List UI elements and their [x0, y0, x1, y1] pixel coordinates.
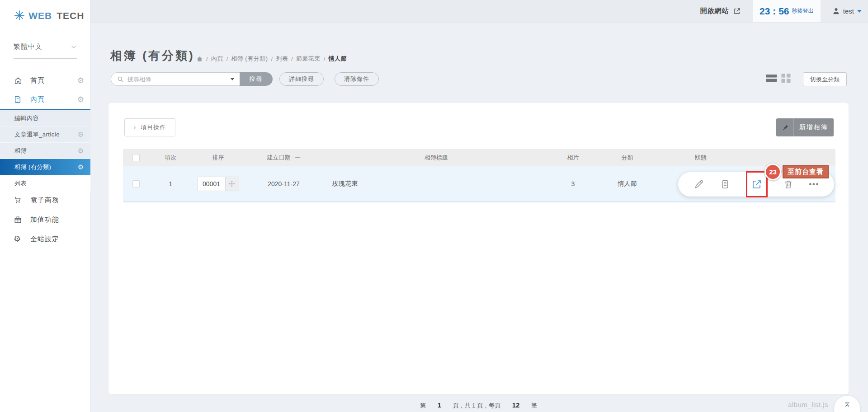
annotation-step-badge: 23: [764, 164, 781, 180]
clear-filters-button[interactable]: 清除條件: [335, 72, 379, 86]
row-album-title[interactable]: 玫瑰花束: [323, 180, 549, 188]
per-page-input[interactable]: 12: [512, 401, 520, 409]
chevron-down-icon: [857, 10, 862, 13]
open-site-label: 開啟網站: [700, 7, 729, 15]
breadcrumb-item[interactable]: 內頁: [211, 55, 223, 63]
sidebar-subitem-album-categorized[interactable]: 相簿 (有分類) ⚙: [0, 159, 90, 175]
home-icon: [14, 76, 24, 85]
app-screen: ✳ WEB TECH 繁體中文 首頁 ⚙ 內頁 ⚙ 編輯內容: [0, 0, 868, 412]
breadcrumb-separator: /: [271, 56, 273, 62]
annotation-highlight-box: [746, 171, 768, 197]
item-actions-button[interactable]: › 項目操作: [124, 118, 175, 136]
scroll-to-top-button[interactable]: [834, 396, 860, 412]
sidebar-subitem-album[interactable]: 相簿 ⚙: [0, 143, 90, 159]
breadcrumb-item-current: 情人節: [328, 55, 347, 63]
gear-icon[interactable]: ⚙: [78, 131, 84, 138]
search-field[interactable]: [111, 72, 240, 86]
grid-view-icon: [781, 74, 791, 83]
row-index: 1: [149, 180, 192, 187]
pagination-suffix: 筆: [531, 402, 537, 409]
home-icon[interactable]: [196, 56, 203, 62]
delete-icon[interactable]: [783, 178, 794, 190]
sidebar-item-label: 內頁: [30, 95, 45, 104]
grid-view-toggle[interactable]: [781, 74, 791, 83]
open-frontend-icon[interactable]: [751, 178, 763, 190]
sidebar-item-label: 加值功能: [30, 215, 59, 224]
column-header-status: 狀態: [658, 154, 744, 162]
script-filename: album_list.js: [788, 401, 828, 408]
language-selector[interactable]: 繁體中文: [14, 42, 77, 59]
search-icon: [117, 76, 124, 83]
album-table: 項次 排序 建立日期 一 相簿標題 相片 分類 狀態 1: [123, 149, 835, 202]
row-checkbox[interactable]: [132, 180, 140, 187]
sidebar-subitem-label: 相簿 (有分類): [14, 163, 51, 171]
copy-icon[interactable]: [719, 178, 731, 190]
sidebar-item-inner-pages[interactable]: 內頁 ⚙: [0, 89, 90, 109]
sidebar-item-addons[interactable]: 加值功能: [0, 210, 90, 229]
user-icon: [832, 7, 840, 15]
breadcrumb-item[interactable]: 列表: [276, 55, 288, 63]
column-header-photos: 相片: [549, 154, 597, 162]
sidebar-item-label: 電子商務: [30, 196, 59, 205]
add-album-button[interactable]: 新增相簿: [776, 118, 834, 136]
sidebar-item-site-settings[interactable]: ⚙ 全站設定: [0, 229, 90, 249]
gift-box-icon: [14, 215, 24, 224]
main-area: 開啟網站 23 : 56 秒後登出 test 相簿 (有分類) / 內頁 / 相…: [90, 0, 868, 412]
open-site-link[interactable]: 開啟網站: [700, 7, 741, 15]
page-title: 相簿 (有分類): [110, 48, 195, 64]
row-actions-toolbar: ••• 23 至前台查看: [678, 172, 834, 197]
search-input[interactable]: [127, 76, 231, 83]
current-page-input[interactable]: 1: [438, 401, 441, 409]
move-icon: [228, 180, 236, 187]
sidebar-subitem-list[interactable]: 列表: [0, 175, 90, 192]
gear-icon[interactable]: ⚙: [78, 164, 84, 170]
gear-icon[interactable]: ⚙: [78, 147, 84, 154]
list-view-toggle[interactable]: [766, 74, 777, 83]
select-all-checkbox[interactable]: [132, 154, 140, 161]
brand-asterisk-icon: ✳: [14, 9, 25, 23]
item-actions-label: 項目操作: [141, 123, 166, 131]
sort-direction-icon[interactable]: 一: [295, 154, 301, 162]
sort-order-input[interactable]: [198, 177, 226, 191]
sidebar-subitem-article-menu[interactable]: 文章選單_article ⚙: [0, 126, 90, 143]
chevron-down-icon: [71, 44, 77, 50]
search-button[interactable]: 搜尋: [240, 72, 273, 86]
table-header-row: 項次 排序 建立日期 一 相簿標題 相片 分類 狀態: [123, 149, 835, 166]
username: test: [843, 7, 854, 15]
switch-to-category-button[interactable]: 切換至分類: [803, 72, 847, 86]
brand-tech-text: TECH: [57, 10, 84, 21]
breadcrumb-item[interactable]: 節慶花束: [296, 55, 321, 63]
more-actions-icon[interactable]: •••: [809, 180, 819, 188]
table-row: 1 2020-11-27 玫瑰花束 3 情人節: [123, 166, 835, 202]
gear-icon[interactable]: ⚙: [77, 77, 84, 84]
pin-icon[interactable]: [776, 118, 794, 136]
detail-search-button[interactable]: 詳細搜尋: [279, 72, 324, 86]
column-header-date-label: 建立日期: [267, 154, 291, 162]
chevron-right-icon: ›: [134, 124, 137, 131]
breadcrumb-item[interactable]: 相簿 (有分類): [231, 55, 268, 63]
sidebar-subitem-label: 相簿: [14, 147, 27, 155]
sidebar-subitem-edit-content[interactable]: 編輯內容: [0, 110, 90, 126]
search-bar: 搜尋: [111, 72, 273, 86]
column-header-index: 項次: [149, 154, 192, 162]
sidebar-item-ecommerce[interactable]: 電子商務: [0, 190, 90, 210]
pagination-middle: 頁，共 1 頁，每頁: [453, 402, 500, 409]
sidebar-subitem-label: 文章選單_article: [14, 131, 60, 139]
drag-handle[interactable]: [226, 177, 239, 191]
sidebar-submenu: 編輯內容 文章選單_article ⚙ 相簿 ⚙ 相簿 (有分類) ⚙ 列表: [0, 109, 90, 192]
edit-icon[interactable]: [693, 178, 705, 190]
list-view-icon: [766, 74, 777, 83]
session-time: 23 : 56: [760, 6, 789, 17]
sidebar-item-home[interactable]: 首頁 ⚙: [0, 70, 90, 90]
add-album-label: 新增相簿: [794, 123, 834, 131]
collapse-top-icon: [842, 400, 852, 410]
column-header-title: 相簿標題: [323, 154, 549, 162]
gear-icon[interactable]: ⚙: [77, 96, 84, 103]
brand-logo[interactable]: ✳ WEB TECH: [14, 9, 84, 23]
column-header-date[interactable]: 建立日期 一: [244, 154, 323, 162]
user-menu[interactable]: test: [832, 7, 862, 15]
external-link-icon: [733, 7, 741, 15]
search-scope-dropdown-icon[interactable]: [231, 78, 234, 80]
row-photo-count: 3: [549, 180, 597, 187]
breadcrumb-separator: /: [206, 56, 208, 62]
